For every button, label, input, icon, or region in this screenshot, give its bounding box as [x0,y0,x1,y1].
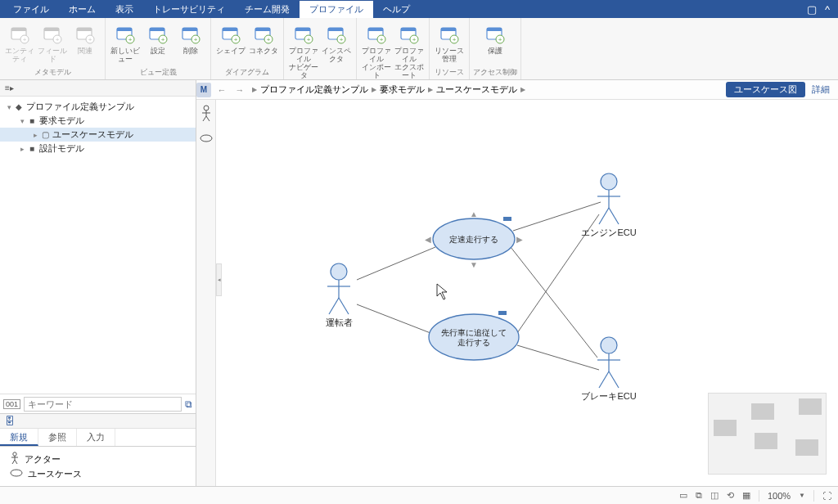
tree-item[interactable]: ▾■要求モデル [0,114,196,128]
tree-toggle-icon[interactable]: ▸ [18,145,26,153]
tree-tool-icon[interactable]: ≡▸ [5,83,14,92]
tree-toggle-icon[interactable]: ▾ [18,117,26,125]
sb-view1-icon[interactable]: ▭ [679,490,687,501]
tree-toggle-icon[interactable]: ▸ [31,131,39,139]
svg-rect-53 [487,28,502,31]
tree-toolbar: ≡▸ [0,80,196,97]
sb-view2-icon[interactable]: ⧉ [696,490,702,501]
svg-text:+: + [194,36,198,43]
breadcrumb-model-icon[interactable]: M [196,83,211,97]
sb-layout-icon[interactable]: ▦ [742,490,750,501]
tree-node-label: プロファイル定義サンプル [25,101,134,113]
actor-node[interactable]: 運転者 [326,263,353,327]
ribbon-button[interactable]: +削除 [174,20,207,56]
breadcrumb-sep-icon: ▶ [520,86,525,93]
tree-toggle-icon[interactable]: ▾ [5,103,13,111]
menu-tab-2[interactable]: 表示 [106,1,143,18]
ribbon-button[interactable]: +シェイプ [214,20,247,56]
usecase-tool-icon[interactable] [200,134,213,144]
ribbon-icon: + [292,23,315,46]
zoom-dropdown-icon[interactable]: ▼ [799,492,805,499]
usecase-node[interactable]: 先行車に追従して走行する [429,314,519,360]
actor-tool-icon[interactable] [200,105,212,124]
usecase-node[interactable]: 定速走行する▲▼◀▶ [425,209,523,269]
resize-handle-icon[interactable]: ▶ [516,235,523,244]
details-link[interactable]: 詳細 [809,83,833,96]
ribbon-button[interactable]: +プロファイルインポート [360,20,393,80]
ribbon: +エンティティ+フィールド+関連メタモデル+新しいビュー+設定+削除ビュー定義+… [0,18,838,80]
ribbon-label: リソース管理 [433,47,466,64]
tree-node-label: 設計モデル [38,142,84,155]
association-edge[interactable] [513,202,601,231]
palette-tab[interactable]: 参照 [38,429,77,446]
svg-rect-41 [368,28,383,31]
ribbon-label: 新しいビュー [109,47,142,64]
ribbon-button[interactable]: +新しいビュー [109,20,142,64]
diagram-type-badge[interactable]: ユースケース図 [726,82,805,97]
ribbon-button[interactable]: +プロファイルエクスポート [393,20,426,80]
svg-line-77 [609,208,619,224]
breadcrumb-segment[interactable]: 要求モデル [380,83,425,96]
resize-handle-icon[interactable]: ▼ [470,260,478,269]
resize-handle-icon[interactable]: ▲ [470,209,478,218]
window-expand-icon[interactable]: ^ [825,3,830,16]
tree-item[interactable]: ▾◆プロファイル定義サンプル [0,100,196,114]
ribbon-button[interactable]: +コネクタ [247,20,280,56]
palette-item[interactable]: ユースケース [10,466,186,481]
ribbon-group: +新しいビュー+設定+削除ビュー定義 [106,18,211,79]
tree-item[interactable]: ▸▢ユースケースモデル [0,128,196,142]
menu-tab-3[interactable]: トレーサビリティ [143,1,235,18]
ribbon-label: プロファイルエクスポート [393,47,426,80]
ribbon-button[interactable]: +プロファイルナビゲータ [287,20,320,80]
palette-item[interactable]: アクター [10,452,186,466]
ribbon-label: プロファイルナビゲータ [287,47,320,80]
ribbon-group-label: ビュー定義 [140,67,177,79]
palette-tab[interactable]: 新規 [0,429,38,446]
ribbon-icon: + [325,23,348,46]
breadcrumb-segment[interactable]: ユースケースモデル [436,83,517,96]
menu-tab-6[interactable]: ヘルプ [373,1,420,18]
resize-handle-icon[interactable]: ◀ [425,235,431,244]
ribbon-button[interactable]: +保護 [479,20,511,56]
tree-item[interactable]: ▸■設計モデル [0,142,196,155]
diagram-canvas[interactable]: ◂ 運転者エンジンECUブレーキECU定速走行する▲▼◀▶先行車に追従して走行す… [216,100,838,486]
svg-text:+: + [128,36,133,43]
ribbon-button[interactable]: +インスペクタ [320,20,353,64]
ribbon-button[interactable]: +リソース管理 [433,20,466,64]
window-minimize-icon[interactable]: ▢ [807,3,817,16]
ribbon-icon: + [219,23,242,46]
svg-rect-17 [150,28,164,31]
cursor-icon [437,284,447,299]
association-edge[interactable] [511,247,597,358]
search-mode-icon[interactable]: 001 [3,399,20,409]
sb-fit-icon[interactable]: ⛶ [822,491,831,501]
menu-tab-5[interactable]: プロファイル [300,1,373,18]
breadcrumb-segment[interactable]: プロファイル定義サンプル [260,83,368,96]
ribbon-group: +プロファイルナビゲータ+インスペクタ表示 [284,18,357,79]
menu-tab-4[interactable]: チーム開発 [235,1,300,18]
association-edge[interactable] [517,345,599,370]
actor-node[interactable]: ブレーキECU [581,337,636,401]
zoom-level[interactable]: 100% [768,491,791,501]
sb-view3-icon[interactable]: ◫ [710,490,719,501]
tree-node-icon: ■ [26,144,38,153]
ribbon-button[interactable]: +設定 [142,20,174,56]
association-edge[interactable] [357,304,430,333]
model-tree[interactable]: ▾◆プロファイル定義サンプル▾■要求モデル▸▢ユースケースモデル▸■設計モデル [0,97,196,394]
selection-tag-icon[interactable] [498,311,507,315]
ribbon-button: +関連 [69,20,101,56]
minimap[interactable] [708,393,827,475]
nav-forward-button[interactable]: → [232,83,247,97]
selection-tag-icon[interactable] [503,217,511,221]
ribbon-icon: + [484,23,507,46]
association-edge[interactable] [357,247,435,280]
search-input[interactable] [24,397,182,412]
svg-point-56 [13,452,16,456]
nav-back-button[interactable]: ← [214,83,229,97]
menu-tab-0[interactable]: ファイル [3,1,59,18]
menu-tab-1[interactable]: ホーム [59,1,106,18]
palette-tab[interactable]: 入力 [77,429,115,446]
sb-refresh-icon[interactable]: ⟲ [727,490,734,501]
search-filter-icon[interactable]: ⧉ [185,398,192,410]
palette-item-label: アクター [25,453,61,466]
